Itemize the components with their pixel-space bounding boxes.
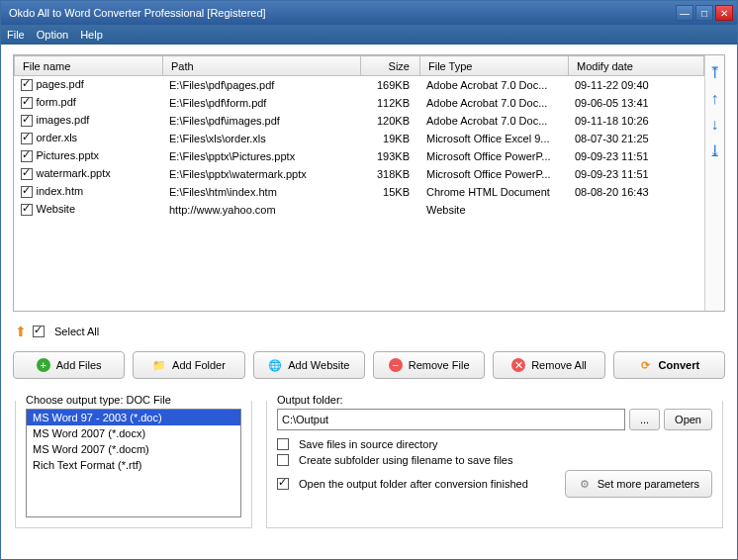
col-modify[interactable]: Modify date: [569, 56, 704, 76]
list-item[interactable]: MS Word 2007 (*.docm): [27, 441, 240, 457]
button-row: +Add Files 📁Add Folder 🌐Add Website −Rem…: [13, 351, 725, 379]
menubar: File Option Help: [1, 25, 737, 45]
file-list-container: File name Path Size File Type Modify dat…: [13, 54, 725, 312]
add-folder-button[interactable]: 📁Add Folder: [133, 351, 244, 379]
set-more-parameters-button[interactable]: ⚙Set more parameters: [565, 470, 712, 498]
row-checkbox[interactable]: [21, 186, 33, 198]
col-filename[interactable]: File name: [15, 56, 163, 76]
list-item[interactable]: MS Word 97 - 2003 (*.doc): [27, 410, 240, 425]
plus-icon: +: [37, 358, 50, 372]
save-in-source-label: Save files in source directory: [299, 438, 438, 450]
table-row[interactable]: Websitehttp://www.yahoo.comWebsite: [15, 201, 704, 219]
globe-icon: 🌐: [268, 358, 282, 372]
table-row[interactable]: Pictures.pptxE:\Files\pptx\Pictures.pptx…: [15, 147, 704, 165]
table-row[interactable]: index.htmE:\Files\htm\index.htm15KBChrom…: [15, 183, 704, 201]
list-item[interactable]: Rich Text Format (*.rtf): [27, 457, 240, 473]
table-row[interactable]: form.pdfE:\Files\pdf\form.pdf112KBAdobe …: [15, 94, 704, 112]
maximize-button[interactable]: □: [695, 5, 713, 21]
close-button[interactable]: ✕: [715, 5, 733, 21]
convert-button[interactable]: ⟳Convert: [613, 351, 725, 379]
folder-icon: 📁: [152, 358, 166, 372]
remove-all-button[interactable]: ✕Remove All: [493, 351, 604, 379]
list-item[interactable]: MS Word 2007 (*.docx): [27, 425, 240, 441]
output-folder-panel: Output folder: ... Open Save files in so…: [266, 401, 723, 528]
row-checkbox[interactable]: [21, 133, 33, 144]
output-folder-input[interactable]: [277, 409, 625, 430]
browse-button[interactable]: ...: [629, 409, 660, 430]
col-size[interactable]: Size: [361, 56, 420, 76]
table-row[interactable]: pages.pdfE:\Files\pdf\pages.pdf169KBAdob…: [15, 76, 704, 94]
move-bottom-icon[interactable]: ⤓: [708, 141, 721, 160]
table-row[interactable]: images.pdfE:\Files\pdf\images.pdf120KBAd…: [15, 112, 704, 130]
row-checkbox[interactable]: [21, 115, 33, 127]
output-folder-label: Output folder:: [273, 394, 347, 406]
add-files-button[interactable]: +Add Files: [13, 351, 125, 379]
row-checkbox[interactable]: [21, 97, 33, 109]
row-checkbox[interactable]: [21, 150, 33, 162]
table-row[interactable]: order.xlsE:\Files\xls\order.xls19KBMicro…: [15, 130, 704, 147]
col-filetype[interactable]: File Type: [420, 56, 569, 76]
table-row[interactable]: watermark.pptxE:\Files\pptx\watermark.pp…: [15, 165, 704, 183]
create-subfolder-checkbox[interactable]: [277, 454, 289, 466]
move-up-icon[interactable]: ↑: [711, 90, 719, 108]
create-subfolder-label: Create subfolder using filename to save …: [299, 454, 512, 466]
output-type-label: Choose output type: DOC File: [22, 394, 175, 406]
output-type-panel: Choose output type: DOC File MS Word 97 …: [15, 401, 252, 528]
output-type-listbox[interactable]: MS Word 97 - 2003 (*.doc)MS Word 2007 (*…: [26, 409, 241, 517]
row-checkbox[interactable]: [21, 204, 33, 216]
convert-icon: ⟳: [639, 358, 653, 372]
select-all-checkbox[interactable]: [33, 326, 45, 337]
remove-all-icon: ✕: [511, 358, 525, 372]
minus-icon: −: [389, 358, 403, 372]
save-in-source-checkbox[interactable]: [277, 438, 289, 450]
menu-option[interactable]: Option: [37, 29, 68, 41]
open-after-label: Open the output folder after conversion …: [299, 478, 528, 490]
app-window: Okdo All to Word Converter Professional …: [0, 0, 738, 560]
up-level-icon[interactable]: ⬆: [15, 324, 27, 339]
reorder-toolbar: ⤒ ↑ ↓ ⤓: [704, 55, 724, 311]
titlebar: Okdo All to Word Converter Professional …: [1, 1, 737, 25]
row-checkbox[interactable]: [21, 168, 33, 180]
move-top-icon[interactable]: ⤒: [708, 63, 721, 82]
bottom-panels: Choose output type: DOC File MS Word 97 …: [13, 387, 725, 530]
open-after-checkbox[interactable]: [277, 478, 289, 490]
menu-file[interactable]: File: [7, 29, 25, 41]
select-all-row: ⬆ Select All: [13, 320, 725, 343]
open-folder-button[interactable]: Open: [664, 409, 712, 430]
file-table: File name Path Size File Type Modify dat…: [14, 55, 704, 219]
remove-file-button[interactable]: −Remove File: [373, 351, 485, 379]
gear-icon: ⚙: [578, 477, 592, 491]
col-path[interactable]: Path: [163, 56, 361, 76]
content-area: File name Path Size File Type Modify dat…: [1, 45, 737, 559]
move-down-icon[interactable]: ↓: [711, 116, 719, 134]
menu-help[interactable]: Help: [80, 29, 103, 41]
row-checkbox[interactable]: [21, 79, 33, 91]
minimize-button[interactable]: —: [676, 5, 693, 21]
window-title: Okdo All to Word Converter Professional …: [5, 7, 674, 19]
add-website-button[interactable]: 🌐Add Website: [253, 351, 365, 379]
select-all-label: Select All: [54, 326, 99, 337]
